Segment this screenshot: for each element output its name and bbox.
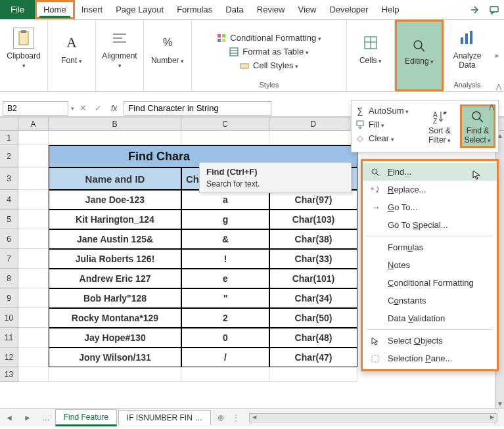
cell[interactable] <box>269 367 357 382</box>
table-cell[interactable]: Jony Wilson/131 <box>49 348 181 367</box>
row-header[interactable]: 13 <box>0 367 18 382</box>
col-header-b[interactable]: B <box>49 118 181 130</box>
sheet-add-button[interactable]: ⊕ <box>212 413 229 422</box>
table-cell[interactable]: Jay Hope#130 <box>49 328 181 348</box>
row-header[interactable]: 6 <box>0 229 18 249</box>
cell[interactable] <box>18 145 49 168</box>
row-header[interactable]: 8 <box>0 269 18 288</box>
col-header-d[interactable]: D <box>269 118 357 130</box>
cell-styles-button[interactable]: Cell Styles <box>240 60 298 70</box>
cell[interactable] <box>18 367 49 382</box>
table-cell[interactable]: / <box>181 348 269 367</box>
sheet-tab-active[interactable]: Find Feature <box>55 409 117 426</box>
row-header[interactable]: 1 <box>0 131 18 145</box>
menu-selection-pane[interactable]: Selection Pane... <box>363 350 497 367</box>
table-cell[interactable]: Char(50) <box>269 308 357 328</box>
cell[interactable] <box>181 131 269 145</box>
sheet-nav-more[interactable]: … <box>37 413 55 422</box>
table-cell[interactable]: Andrew Eric 127 <box>49 269 181 288</box>
cell[interactable] <box>181 367 269 382</box>
horizontal-scrollbar[interactable] <box>249 413 497 422</box>
analyze-data-button[interactable]: Analyze Data <box>447 22 487 75</box>
tab-page-layout[interactable]: Page Layout <box>109 0 170 19</box>
cell[interactable] <box>269 131 357 145</box>
tab-data[interactable]: Data <box>219 0 250 19</box>
sheet-nav-next[interactable]: ► <box>18 413 37 422</box>
table-cell[interactable]: e <box>181 269 269 288</box>
cell[interactable] <box>18 229 49 249</box>
table-cell[interactable]: ! <box>181 249 269 269</box>
cell[interactable] <box>18 131 49 145</box>
fill-button[interactable]: Fill <box>355 120 418 129</box>
table-cell[interactable]: 0 <box>181 328 269 348</box>
row-header[interactable]: 10 <box>0 308 18 328</box>
table-cell[interactable]: Char(48) <box>269 328 357 348</box>
tab-help[interactable]: Help <box>375 0 406 19</box>
cell[interactable] <box>18 168 49 190</box>
tab-home[interactable]: Home <box>35 0 75 19</box>
tab-developer[interactable]: Developer <box>323 0 375 19</box>
alignment-button[interactable]: Alignment <box>100 22 139 75</box>
sort-filter-button[interactable]: AZ Sort & Filter <box>422 104 457 148</box>
fx-icon[interactable]: fx <box>107 104 121 113</box>
share-icon[interactable] <box>465 0 484 19</box>
cell[interactable] <box>18 348 49 367</box>
menu-notes[interactable]: Notes <box>363 256 497 274</box>
cell[interactable] <box>18 308 49 328</box>
menu-constants[interactable]: Constants <box>363 292 497 309</box>
name-box[interactable] <box>3 101 68 116</box>
row-header[interactable]: 4 <box>0 190 18 210</box>
row-header[interactable]: 9 <box>0 288 18 308</box>
table-cell[interactable]: & <box>181 229 269 249</box>
font-button[interactable]: A Font <box>52 22 91 75</box>
cell[interactable] <box>18 328 49 348</box>
table-cell[interactable]: g <box>181 210 269 229</box>
menu-find[interactable]: Find... <box>363 163 497 181</box>
table-cell[interactable]: Char(34) <box>269 288 357 308</box>
conditional-formatting-button[interactable]: Conditional Formatting <box>217 33 321 43</box>
menu-conditional-formatting[interactable]: Conditional Formatting <box>363 274 497 292</box>
format-as-table-button[interactable]: Format as Table <box>229 47 308 56</box>
cell[interactable] <box>49 131 181 145</box>
number-button[interactable]: % Number <box>148 22 187 75</box>
clipboard-button[interactable]: Clipboard <box>4 22 43 75</box>
formula-input[interactable] <box>124 101 271 116</box>
table-cell[interactable]: Char(101) <box>269 269 357 288</box>
table-cell[interactable]: " <box>181 288 269 308</box>
row-header[interactable]: 7 <box>0 249 18 269</box>
row-header[interactable]: 12 <box>0 348 18 367</box>
row-header[interactable]: 2 <box>0 145 18 168</box>
table-cell[interactable]: Char(38) <box>269 229 357 249</box>
menu-replace[interactable]: ᵃ⤸ Replace... <box>363 181 497 198</box>
table-cell[interactable]: Char(47) <box>269 348 357 367</box>
sheet-tab-other[interactable]: IF ISNUMBER FIN … <box>118 410 211 425</box>
group-editing[interactable]: Editing <box>395 20 444 91</box>
menu-formulas[interactable]: Formulas <box>363 238 497 256</box>
sheet-nav-prev[interactable]: ◄ <box>0 413 18 422</box>
comments-icon[interactable] <box>484 0 504 19</box>
cancel-icon[interactable]: ✕ <box>77 103 89 113</box>
cell[interactable] <box>18 288 49 308</box>
menu-data-validation[interactable]: Data Validation <box>363 309 497 327</box>
tab-formulas[interactable]: Formulas <box>170 0 219 19</box>
tab-insert[interactable]: Insert <box>75 0 110 19</box>
col-header-a[interactable]: A <box>18 118 49 130</box>
menu-select-objects[interactable]: Select Objects <box>363 332 497 350</box>
cells-button[interactable]: Cells <box>351 22 390 75</box>
row-header[interactable]: 11 <box>0 328 18 348</box>
col-header-c[interactable]: C <box>181 118 269 130</box>
cell[interactable] <box>18 249 49 269</box>
table-cell[interactable]: Rocky Montana*129 <box>49 308 181 328</box>
cell[interactable] <box>18 190 49 210</box>
find-select-button[interactable]: Find & Select <box>460 104 495 148</box>
table-cell[interactable]: Char(33) <box>269 249 357 269</box>
cell[interactable] <box>49 367 181 382</box>
table-cell[interactable]: Bob Harly"128 <box>49 288 181 308</box>
tab-file[interactable]: File <box>0 0 35 19</box>
panel-collapse-icon[interactable]: ⋀ <box>489 103 494 110</box>
menu-goto[interactable]: → Go To... <box>363 198 497 216</box>
table-cell[interactable]: Julia Roberts 126! <box>49 249 181 269</box>
enter-icon[interactable]: ✓ <box>92 103 104 113</box>
ribbon-overflow-right[interactable]: ▸ <box>491 20 504 91</box>
table-cell[interactable]: Char(103) <box>269 210 357 229</box>
